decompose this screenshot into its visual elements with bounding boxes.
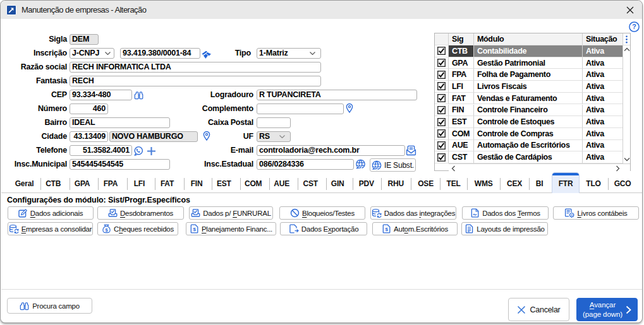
svg-text:$: $: [106, 227, 109, 233]
svg-text:?: ?: [632, 23, 636, 30]
svg-text:$: $: [193, 227, 196, 232]
svg-text:$: $: [386, 227, 389, 232]
